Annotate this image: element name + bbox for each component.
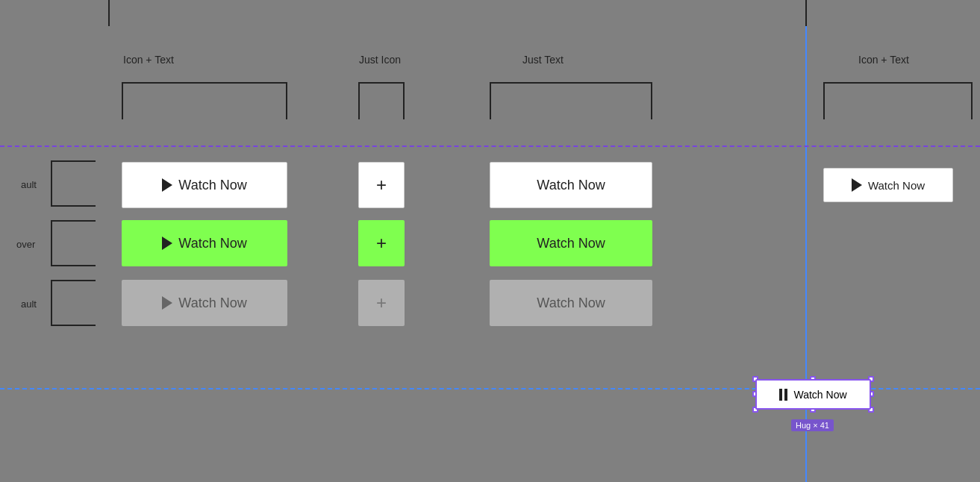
btn-row2-text[interactable]: Watch Now (490, 220, 652, 266)
btn-row2-icontext[interactable]: Watch Now (122, 220, 287, 266)
row-label-2: over (16, 239, 35, 250)
row-label-1: ault (21, 179, 37, 190)
btn-label: Watch Now (537, 295, 605, 311)
hug-label: Hug × 41 (791, 419, 834, 431)
bracket-top-4 (823, 82, 973, 119)
btn-selected-watch-now[interactable]: Watch Now (755, 379, 871, 410)
row-label-3: ault (21, 298, 37, 310)
bracket-top-1 (122, 82, 287, 119)
bracket-top-2 (358, 82, 405, 119)
plus-icon: + (376, 175, 387, 195)
bracket-top-3 (490, 82, 652, 119)
top-line (108, 0, 110, 26)
plus-icon-3: + (376, 292, 387, 313)
btn-label: Watch Now (537, 178, 605, 193)
row-bracket-1 (51, 160, 96, 207)
play-icon-right (852, 178, 862, 192)
btn-label: Watch Now (868, 179, 925, 192)
col-header-3: Just Text (522, 54, 564, 66)
btn-label: Watch Now (178, 178, 246, 193)
dashed-line-purple (0, 145, 980, 147)
col-header-1: Icon + Text (123, 54, 174, 66)
btn-selected-label: Watch Now (793, 389, 846, 401)
play-icon-2 (162, 237, 172, 250)
row-bracket-3 (51, 280, 96, 326)
play-icon-3 (162, 296, 172, 310)
btn-row3-text[interactable]: Watch Now (490, 280, 652, 326)
btn-row3-icon[interactable]: + (358, 280, 405, 326)
btn-label: Watch Now (178, 236, 246, 251)
col-header-2: Just Icon (359, 54, 401, 66)
pause-icon (779, 389, 787, 401)
col-header-4: Icon + Text (858, 54, 909, 66)
play-icon (162, 178, 172, 192)
canvas: Icon + Text Just Icon Just Text Icon + T… (0, 0, 980, 482)
btn-row2-icon[interactable]: + (358, 220, 405, 266)
plus-icon-2: + (376, 233, 387, 254)
btn-row1-text[interactable]: Watch Now (490, 162, 652, 208)
btn-row1-icontext[interactable]: Watch Now (122, 162, 287, 208)
btn-label: Watch Now (178, 295, 246, 311)
row-bracket-2 (51, 220, 96, 266)
btn-label: Watch Now (537, 236, 605, 251)
btn-row1-icontext-right[interactable]: Watch Now (823, 168, 953, 202)
top-line2 (805, 0, 807, 26)
vertical-divider (805, 0, 807, 482)
btn-row3-icontext[interactable]: Watch Now (122, 280, 287, 326)
btn-row1-icon[interactable]: + (358, 162, 405, 208)
